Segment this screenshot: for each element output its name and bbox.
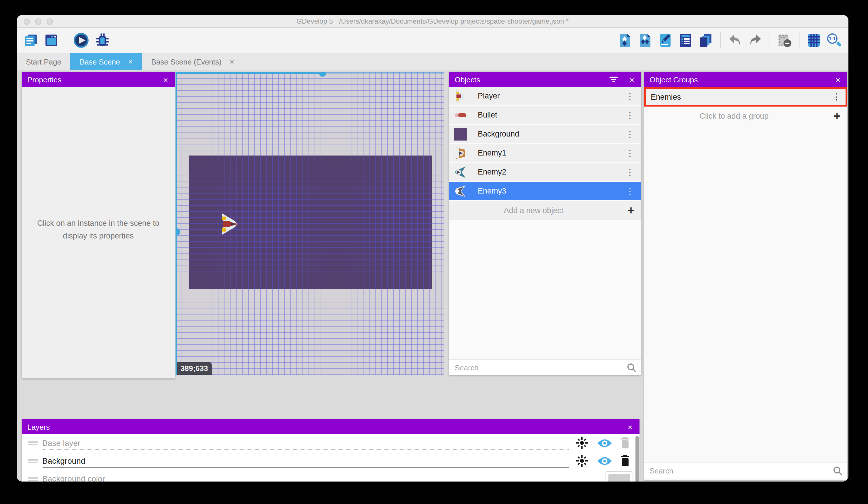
object-name: Enemy2 [478,168,624,176]
object-row-enemy2[interactable]: Enemy2 ⋮ [449,163,641,181]
layers-panel-header: Layers × [22,419,640,434]
gdevelop-window: GDevelop 5 - /Users/dkarakay/Documents/G… [17,15,848,482]
add-group-row[interactable]: Click to add a group + [644,107,847,125]
layer-visibility-eye-icon[interactable] [597,456,612,466]
toolbar-separator [769,32,770,48]
toggle-grid-icon[interactable] [806,33,822,48]
object-name: Background [478,130,624,138]
layer-row-background-color[interactable]: Background color [22,470,640,482]
close-icon[interactable]: × [162,74,169,84]
object-groups-panel: Object Groups × Enemies ⋮ Click to add a… [644,72,847,480]
plus-icon[interactable]: + [834,109,840,123]
undo-icon[interactable] [727,33,743,48]
groups-search [644,463,847,478]
zoom-1-1-icon[interactable]: 1:1 [827,33,841,48]
properties-panel-icon[interactable] [658,33,673,48]
object-row-bullet[interactable]: Bullet ⋮ [449,106,641,124]
bullet-sprite-icon [454,108,467,122]
groups-search-input[interactable] [644,463,847,478]
tab-base-scene-events[interactable]: Base Scene (Events) × [142,53,244,70]
close-icon[interactable]: × [834,74,841,84]
layer-name-field[interactable]: Base layer [42,437,568,450]
object-name: Enemy3 [478,187,624,195]
layer-name-field[interactable]: Background [42,455,568,468]
zoom-ratio-label: 1:1 [827,33,837,44]
start-page-icon[interactable] [44,33,59,48]
search-icon [833,466,843,476]
enemy2-sprite-icon [454,165,467,179]
kebab-menu-icon[interactable]: ⋮ [624,148,636,158]
object-groups-panel-header: Object Groups × [644,72,847,87]
close-icon[interactable]: × [626,422,634,432]
object-row-background[interactable]: Background ⋮ [449,125,641,143]
object-groups-editor-icon[interactable] [638,33,653,48]
project-manager-icon[interactable] [24,33,39,48]
delete-layer-trash-icon [619,437,631,449]
kebab-menu-icon[interactable]: ⋮ [624,129,636,139]
delete-layer-trash-icon[interactable] [619,454,631,467]
filter-icon[interactable] [608,75,619,83]
object-row-player[interactable]: Player ⋮ [449,87,641,105]
tab-start-page[interactable]: Start Page [17,53,71,70]
debug-icon[interactable] [94,32,111,48]
layer-effects-icon[interactable] [575,437,588,449]
kebab-menu-icon[interactable]: ⋮ [624,167,636,177]
selection-edge-left [176,72,177,375]
redo-icon[interactable] [748,33,763,48]
layers-editor-icon[interactable] [698,33,713,48]
toolbar-separator [66,32,66,48]
enemy3-sprite-icon [454,184,467,198]
kebab-menu-icon[interactable]: ⋮ [624,110,636,120]
toolbar-separator [720,32,721,48]
add-object-row[interactable]: Add a new object + [449,201,641,220]
layer-effects-icon[interactable] [575,454,588,467]
window-title: GDevelop 5 - /Users/dkarakay/Documents/G… [17,17,848,26]
layers-scrollbar[interactable] [635,436,639,482]
panel-title: Object Groups [650,75,698,84]
drag-handle-icon[interactable] [27,441,38,445]
kebab-menu-icon[interactable]: ⋮ [624,186,636,196]
tab-label: Base Scene (Events) [151,57,221,66]
player-instance[interactable] [218,213,239,235]
object-row-enemy1[interactable]: Enemy1 ⋮ [449,144,641,162]
enemy1-sprite-icon [454,146,467,160]
scene-canvas[interactable]: 389;633 [176,72,444,375]
panel-title: Layers [27,423,50,431]
layer-visibility-eye-icon[interactable] [597,439,612,448]
plus-icon[interactable]: + [628,204,634,217]
toolbar: 1:1 [17,28,848,53]
drag-handle-icon[interactable] [27,477,38,481]
kebab-menu-icon[interactable]: ⋮ [624,91,636,101]
panel-title: Objects [455,75,480,84]
search-icon [627,363,637,373]
properties-panel-header: Properties × [22,72,175,87]
layer-row-background[interactable]: Background [22,452,640,470]
magnifier-handle [836,41,842,47]
objects-panel-header: Objects × [449,72,641,87]
screenshot-stage: GDevelop 5 - /Users/dkarakay/Documents/G… [0,0,868,504]
toggle-mask-icon[interactable] [777,33,792,48]
object-name: Enemy1 [478,149,624,157]
objects-panel: Objects × [449,72,641,375]
play-preview-icon[interactable] [73,32,89,48]
close-icon[interactable]: × [628,74,636,84]
close-tab-icon[interactable]: × [230,57,234,66]
objects-search-input[interactable] [449,360,641,375]
panel-title: Properties [27,75,62,84]
layer-row-base[interactable]: Base layer [22,434,640,452]
object-row-enemy3[interactable]: Enemy3 ⋮ [449,182,641,200]
group-row-enemies[interactable]: Enemies ⋮ [644,87,847,107]
instances-list-icon[interactable] [678,33,693,48]
drag-handle-icon[interactable] [27,459,38,463]
background-color-swatch[interactable] [605,471,633,482]
layers-panel: Layers × Base layer [22,419,640,482]
cursor-coordinates-badge: 389;633 [177,362,211,375]
tab-base-scene[interactable]: Base Scene × [71,53,142,70]
add-group-label: Click to add a group [644,112,824,120]
group-name: Enemies [651,92,831,101]
kebab-menu-icon[interactable]: ⋮ [831,92,842,102]
objects-editor-icon[interactable] [618,33,633,48]
tab-label: Start Page [26,57,61,66]
close-tab-icon[interactable]: × [128,57,133,66]
toolbar-separator [799,32,799,48]
